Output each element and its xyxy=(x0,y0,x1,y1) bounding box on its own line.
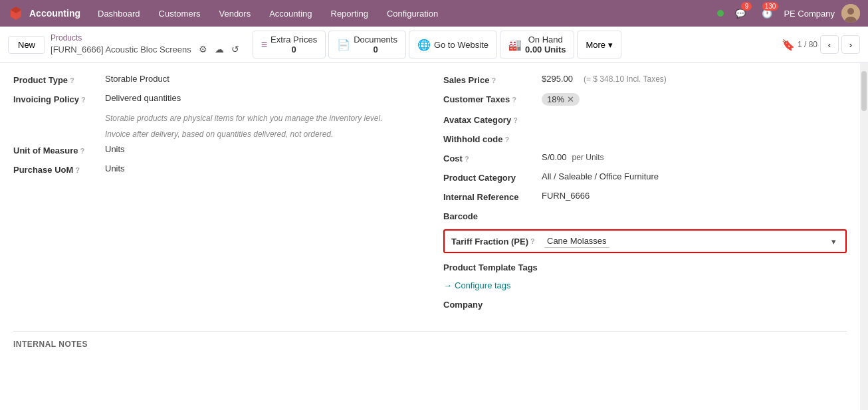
purchase-uom-label: Purchase UoM xyxy=(13,165,73,175)
unit-of-measure-label: Unit of Measure xyxy=(13,146,78,155)
form-right: Sales Price ? $295.00 (= $ 348.10 Incl. … xyxy=(443,74,847,318)
barcode-label: Barcode xyxy=(443,211,478,221)
customer-taxes-help[interactable]: ? xyxy=(512,96,516,104)
barcode-field: Barcode xyxy=(443,210,847,221)
user-avatar[interactable] xyxy=(841,4,860,23)
goto-website-button[interactable]: 🌐 Go to Website xyxy=(409,31,497,58)
svg-point-1 xyxy=(847,8,854,15)
avatax-label: Avatax Category xyxy=(443,115,511,125)
sales-price-field: Sales Price ? $295.00 (= $ 348.10 Incl. … xyxy=(443,74,847,85)
product-type-value[interactable]: Storable Product xyxy=(105,74,417,84)
cost-field: Cost ? S/0.00 per Units xyxy=(443,152,847,163)
company-label: Company xyxy=(443,300,483,310)
breadcrumb-parent[interactable]: Products xyxy=(51,33,242,43)
sales-price-help[interactable]: ? xyxy=(491,76,496,84)
avatax-help[interactable]: ? xyxy=(513,116,518,124)
prev-button[interactable]: ‹ xyxy=(820,35,839,54)
activity-button[interactable]: 🕐 130 xyxy=(757,3,777,23)
product-category-field: Product Category All / Saleable / Office… xyxy=(443,171,847,183)
incl-taxes-text: (= $ 348.10 Incl. Taxes) xyxy=(584,74,667,84)
purchase-uom-field: Purchase UoM ? Units xyxy=(13,163,417,175)
cost-value[interactable]: S/0.00 xyxy=(542,152,567,162)
invoice-note: Invoice after delivery, based on quantit… xyxy=(105,128,417,140)
scrollbar-thumb[interactable] xyxy=(861,71,867,111)
scrollbar[interactable] xyxy=(860,63,868,410)
new-button[interactable]: New xyxy=(8,36,45,54)
company-field: Company xyxy=(443,298,847,310)
product-template-tags-field: Product Template Tags xyxy=(443,261,847,272)
internal-reference-value[interactable]: FURN_6666 xyxy=(542,191,847,201)
purchase-uom-value[interactable]: Units xyxy=(105,163,417,173)
form-columns: Product Type ? Storable Product Invoicin… xyxy=(13,74,847,318)
tax-remove-button[interactable]: ✕ xyxy=(567,94,574,104)
withhold-code-field: Withhold code ? xyxy=(443,133,847,144)
action-bar: New Products [FURN_6666] Acoustic Bloc S… xyxy=(0,27,868,63)
document-icon: 📄 xyxy=(337,39,350,51)
product-category-value[interactable]: All / Saleable / Office Furniture xyxy=(542,171,847,181)
invoicing-policy-value[interactable]: Delivered quantities xyxy=(105,93,417,103)
internal-reference-label: Internal Reference xyxy=(443,192,518,202)
nav-accounting[interactable]: Accounting xyxy=(260,0,321,27)
nav-dashboard[interactable]: Dashboard xyxy=(88,0,150,27)
customer-taxes-field: Customer Taxes ? 18% ✕ xyxy=(443,93,847,106)
messages-button[interactable]: 💬 9 xyxy=(730,3,750,23)
nav-reporting[interactable]: Reporting xyxy=(322,0,378,27)
more-button[interactable]: More ▾ xyxy=(577,31,621,58)
breadcrumb-current: [FURN_6666] Acoustic Bloc Screens xyxy=(51,45,191,54)
invoicing-policy-label: Invoicing Policy xyxy=(13,94,79,104)
nav-configuration[interactable]: Configuration xyxy=(378,0,447,27)
settings-icon[interactable]: ⚙ xyxy=(197,43,210,56)
tax-value: 18% xyxy=(547,94,564,104)
configure-tags-button[interactable]: → Configure tags xyxy=(443,280,511,290)
product-type-label: Product Type xyxy=(13,75,68,85)
withhold-help[interactable]: ? xyxy=(504,136,509,144)
unit-of-measure-help[interactable]: ? xyxy=(80,147,85,155)
cloud-icon[interactable]: ☁ xyxy=(213,43,226,56)
app-name: Accounting xyxy=(29,8,80,19)
on-hand-value: 0.00 Units xyxy=(525,45,566,54)
company-name: PE Company xyxy=(784,9,835,19)
purchase-uom-help[interactable]: ? xyxy=(75,166,80,174)
product-template-tags-label: Product Template Tags xyxy=(443,262,538,272)
nav-vendors[interactable]: Vendors xyxy=(209,0,260,27)
extra-prices-count: 0 xyxy=(271,45,317,54)
extra-prices-button[interactable]: ≡ Extra Prices 0 xyxy=(253,31,326,58)
messages-badge: 9 xyxy=(741,2,752,11)
bookmark-button[interactable]: 🔖 xyxy=(782,39,795,51)
documents-button[interactable]: 📄 Documents 0 xyxy=(328,31,406,58)
status-dot xyxy=(717,10,724,17)
cost-label: Cost xyxy=(443,154,463,163)
sales-price-value[interactable]: $295.00 xyxy=(542,74,573,84)
invoicing-policy-help[interactable]: ? xyxy=(81,96,86,104)
tariff-select[interactable]: Cane Molasses xyxy=(544,235,609,248)
form-left: Product Type ? Storable Product Invoicin… xyxy=(13,74,417,318)
nav-customers[interactable]: Customers xyxy=(150,0,210,27)
sales-price-label: Sales Price xyxy=(443,75,489,85)
on-hand-button[interactable]: 🏭 On Hand 0.00 Units xyxy=(500,31,574,58)
withhold-label: Withhold code xyxy=(443,134,502,144)
invoicing-policy-field: Invoicing Policy ? Delivered quantities xyxy=(13,93,417,104)
nav-items: Dashboard Customers Vendors Accounting R… xyxy=(88,0,712,27)
tax-badge: 18% ✕ xyxy=(542,93,580,106)
refresh-icon[interactable]: ↺ xyxy=(229,43,242,56)
cost-help[interactable]: ? xyxy=(465,155,469,163)
more-chevron-icon: ▾ xyxy=(608,40,613,50)
right-arrow-icon: → xyxy=(443,280,452,290)
tariff-help[interactable]: ? xyxy=(530,237,535,245)
main-content: Product Type ? Storable Product Invoicin… xyxy=(0,63,868,410)
internal-reference-field: Internal Reference FURN_6666 xyxy=(443,191,847,202)
activity-badge: 130 xyxy=(762,2,779,11)
tariff-fraction-field: Tariff Fraction (PE) ? Cane Molasses ▾ xyxy=(443,229,847,253)
tariff-label: Tariff Fraction (PE) xyxy=(451,237,528,247)
goto-website-label: Go to Website xyxy=(434,40,488,50)
customer-taxes-label: Customer Taxes xyxy=(443,94,510,104)
top-nav: Accounting Dashboard Customers Vendors A… xyxy=(0,0,868,27)
product-type-help[interactable]: ? xyxy=(70,76,74,84)
next-button[interactable]: › xyxy=(841,35,860,54)
avatax-category-field: Avatax Category ? xyxy=(443,114,847,125)
product-type-field: Product Type ? Storable Product xyxy=(13,74,417,85)
unit-of-measure-value[interactable]: Units xyxy=(105,144,417,154)
cost-per-unit: per Units xyxy=(572,153,604,162)
storable-note: Storable products are physical items for… xyxy=(105,112,417,124)
warehouse-icon: 🏭 xyxy=(508,39,522,51)
